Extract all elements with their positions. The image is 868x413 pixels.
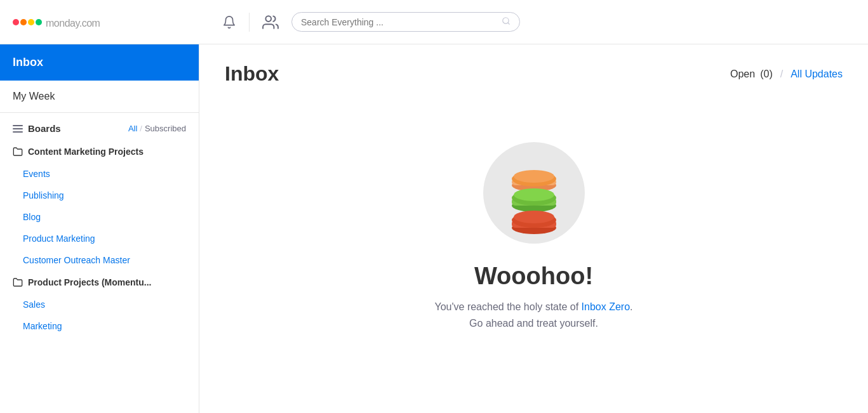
boards-filter-subscribed[interactable]: Subscribed (145, 124, 186, 133)
logo-dot-red (13, 19, 19, 25)
user-icon (262, 14, 279, 30)
board-item-blog[interactable]: Blog (0, 206, 199, 228)
logo-text: monday.com (46, 14, 100, 30)
board-item-events[interactable]: Events (0, 163, 199, 185)
inbox-zero-line1-pre: You've reached the holy state of (434, 301, 581, 312)
inbox-zero-line1-post: . (630, 301, 632, 312)
svg-line-2 (508, 23, 510, 25)
board-item-customer-outreach[interactable]: Customer Outreach Master (0, 249, 199, 271)
open-label: Open (730, 69, 755, 80)
sidebar-item-inbox[interactable]: Inbox (0, 44, 199, 81)
logo-dots (13, 19, 42, 25)
logo-monday: monday (46, 18, 79, 29)
board-item-publishing[interactable]: Publishing (0, 185, 199, 206)
macaron-illustration (483, 142, 585, 244)
boards-header: Boards All / Subscribed (0, 113, 199, 140)
open-count: (0) (760, 69, 773, 80)
boards-filter-all[interactable]: All (128, 124, 137, 133)
logo-dot-orange (20, 19, 27, 25)
app-layout: Inbox My Week Boards All / Subscribed (0, 44, 868, 413)
sidebar-item-myweek[interactable]: My Week (0, 81, 199, 113)
folder-icon (13, 147, 23, 157)
inbox-zero-container: Wooohoo! You've reached the holy state o… (199, 98, 868, 413)
folder-content-marketing[interactable]: Content Marketing Projects (0, 140, 199, 163)
boards-title: Boards (13, 123, 61, 134)
notifications-button[interactable] (220, 13, 239, 32)
all-updates-link[interactable]: All Updates (791, 69, 843, 80)
folder-icon-2 (13, 277, 23, 287)
board-item-marketing[interactable]: Marketing (0, 315, 199, 337)
logo-dot-green (36, 19, 42, 25)
inbox-zero-subtitle: You've reached the holy state of Inbox Z… (434, 299, 632, 331)
inbox-zero-highlight: Inbox Zero (582, 301, 630, 312)
board-item-sales[interactable]: Sales (0, 294, 199, 315)
boards-filter: All / Subscribed (128, 124, 186, 133)
app-header: monday.com (0, 0, 868, 44)
filter-slash: / (780, 69, 783, 80)
open-filter: Open (0) / All Updates (730, 69, 843, 80)
hamburger-icon[interactable] (13, 125, 23, 133)
svg-point-10 (514, 188, 554, 201)
sidebar: Inbox My Week Boards All / Subscribed (0, 44, 199, 413)
main-header: Inbox Open (0) / All Updates (199, 44, 868, 98)
page-title: Inbox (225, 62, 279, 86)
header-divider (249, 13, 250, 32)
logo-dotcom: .com (79, 18, 100, 29)
folder-product-projects[interactable]: Product Projects (Momentu... (0, 271, 199, 294)
bell-icon (222, 15, 236, 29)
folder-label: Content Marketing Projects (28, 147, 144, 157)
inbox-zero-line2: Go ahead and treat yourself. (469, 318, 598, 329)
board-item-product-marketing[interactable]: Product Marketing (0, 228, 199, 249)
svg-point-6 (514, 170, 554, 183)
svg-point-14 (514, 211, 554, 223)
logo-area: monday.com (13, 14, 210, 30)
main-content: Inbox Open (0) / All Updates (199, 44, 868, 413)
boards-filter-slash: / (140, 124, 142, 133)
folder-label-2: Product Projects (Momentu... (28, 277, 151, 287)
svg-point-0 (265, 16, 271, 22)
logo-dot-yellow (28, 19, 34, 25)
search-input[interactable] (301, 17, 497, 27)
search-box[interactable] (291, 12, 520, 32)
wooohoo-heading: Wooohoo! (474, 263, 593, 290)
macaron-svg (496, 148, 572, 237)
search-icon (502, 16, 511, 27)
user-profile-button[interactable] (260, 11, 281, 33)
